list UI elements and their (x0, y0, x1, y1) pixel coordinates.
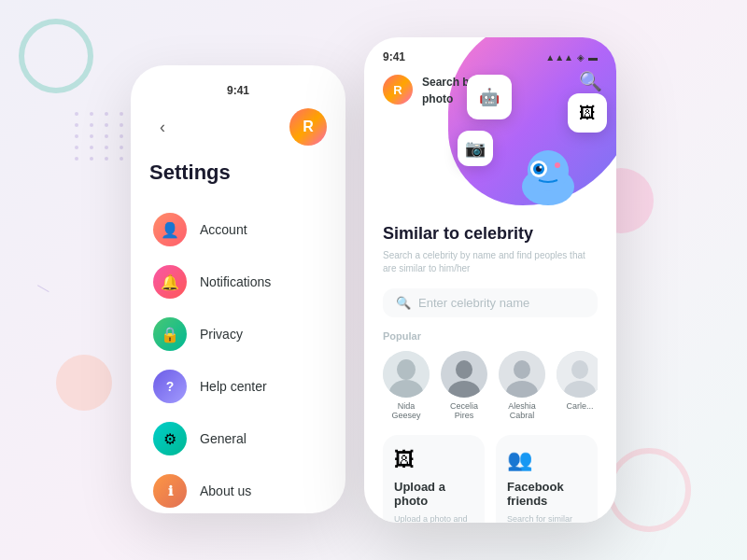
nav-row: ‹ R (149, 108, 327, 146)
popular-row: Nida Geesey Cecelia Pires (383, 351, 598, 420)
celebrity-name-4: Carle... (566, 401, 593, 411)
celebrity-item-1[interactable]: Nida Geesey (383, 351, 430, 420)
photo-card-3: 📷 (458, 131, 493, 166)
phones-wrapper: 9:41 ‹ R Settings 👤 Account 🔔 Notificati… (131, 37, 616, 523)
section-desc: Search a celebrity by name and find peop… (383, 249, 598, 275)
svg-point-11 (456, 360, 472, 379)
svg-point-8 (397, 359, 416, 380)
photo-card-2: 🖼 (568, 93, 607, 133)
monster-illustration (518, 135, 579, 205)
bottom-cards: 🖼 Upload aphoto Upload a photo and see s… (383, 435, 598, 523)
back-button[interactable]: ‹ (149, 114, 176, 140)
celebrity-item-4[interactable]: Carle... (557, 351, 598, 420)
bg-decoration-2 (56, 355, 112, 411)
about-label: About us (200, 483, 251, 498)
about-icon: ℹ (153, 474, 187, 508)
status-bar-right: 9:41 ▲▲▲ ◈ ▬ (364, 37, 616, 63)
celebrity-item-3[interactable]: Aleshia Cabral (499, 351, 545, 420)
upload-desc: Upload a photo and see similar (394, 513, 473, 523)
battery-icon: ▬ (588, 52, 598, 63)
signal-icon: ▲▲▲ (545, 52, 573, 63)
magnifier-icon: 🔍 (579, 70, 602, 92)
celebrity-name-3: Aleshia Cabral (499, 401, 545, 420)
deco-line-2: — (35, 278, 53, 298)
upload-photo-card[interactable]: 🖼 Upload aphoto Upload a photo and see s… (383, 435, 485, 523)
facebook-friends-card[interactable]: 👥 Facebookfriends Search for similar peo… (496, 435, 598, 523)
search-icon: 🔍 (396, 296, 411, 310)
celebrity-avatar-1 (383, 351, 430, 398)
settings-item-account[interactable]: 👤 Account (149, 203, 327, 256)
settings-title: Settings (149, 161, 327, 185)
svg-point-6 (555, 162, 560, 168)
wifi-icon: ◈ (577, 52, 585, 63)
status-icons: ▲▲▲ ◈ ▬ (545, 52, 598, 63)
bg-decoration-5 (607, 448, 691, 532)
status-time: 9:41 (383, 50, 405, 63)
phone-header: 9:41 ▲▲▲ ◈ ▬ R Search by photo (364, 37, 616, 224)
upload-icon: 🖼 (394, 448, 473, 472)
avatar[interactable]: R (289, 108, 327, 146)
facebook-icon: 👥 (507, 448, 586, 472)
section-title: Similar to celebrity (383, 224, 598, 244)
settings-item-general[interactable]: ⚙ General (149, 413, 327, 465)
search-placeholder: Enter celebrity name (418, 296, 529, 310)
status-bar-left: 9:41 (149, 84, 327, 97)
help-icon: ? (153, 370, 187, 403)
settings-item-privacy[interactable]: 🔒 Privacy (149, 308, 327, 360)
popular-label: Popular (383, 330, 598, 342)
celebrity-search-wrapper[interactable]: 🔍 Enter celebrity name (383, 288, 598, 317)
illustration: 🤖 🖼 📷 (458, 65, 607, 215)
search-avatar: R (383, 75, 413, 105)
upload-title: Upload aphoto (394, 480, 473, 508)
celebrity-avatar-3 (499, 351, 545, 398)
account-icon: 👤 (153, 213, 187, 246)
notifications-icon: 🔔 (153, 265, 187, 299)
celebrity-item-2[interactable]: Cecelia Pires (441, 351, 487, 420)
privacy-icon: 🔒 (153, 317, 187, 351)
celebrity-avatar-2 (441, 351, 487, 398)
phone-content: Similar to celebrity Search a celebrity … (364, 224, 616, 523)
facebook-desc: Search for similar people to your (507, 513, 586, 523)
privacy-label: Privacy (200, 327, 243, 342)
notifications-label: Notifications (200, 274, 271, 289)
settings-item-about[interactable]: ℹ About us (149, 465, 327, 513)
settings-item-help[interactable]: ? Help center (149, 360, 327, 413)
photo-card-1: 🤖 (467, 75, 512, 119)
celebrity-avatar-4 (557, 351, 598, 398)
search-phone: 9:41 ▲▲▲ ◈ ▬ R Search by photo (364, 37, 616, 523)
svg-point-14 (514, 360, 530, 379)
celebrity-name-1: Nida Geesey (383, 401, 430, 420)
help-label: Help center (200, 379, 267, 394)
svg-point-17 (571, 360, 588, 379)
general-icon: ⚙ (153, 422, 187, 455)
settings-item-notifications[interactable]: 🔔 Notifications (149, 256, 327, 308)
account-label: Account (200, 222, 247, 237)
facebook-title: Facebookfriends (507, 480, 586, 508)
celebrity-name-2: Cecelia Pires (441, 401, 487, 420)
bg-decoration-1 (19, 19, 93, 93)
settings-phone: 9:41 ‹ R Settings 👤 Account 🔔 Notificati… (131, 65, 345, 513)
general-label: General (200, 431, 247, 446)
svg-point-5 (540, 166, 543, 169)
